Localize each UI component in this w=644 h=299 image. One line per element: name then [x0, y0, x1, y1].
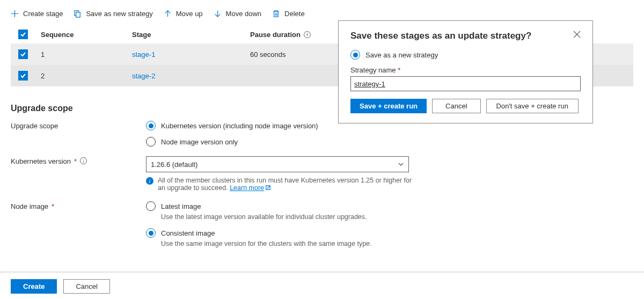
upgrade-scope-label: Upgrade scope: [11, 121, 146, 147]
col-stage: Stage: [132, 31, 250, 39]
col-pause: Pause duration: [250, 31, 301, 39]
scope-k8s-label: Kubernetes version (including node image…: [161, 122, 318, 130]
node-consistent-label: Consistent image: [161, 229, 215, 237]
move-down-button[interactable]: Move down: [214, 10, 261, 18]
arrow-up-icon: [164, 10, 172, 18]
copy-icon: [74, 10, 82, 18]
row-checkbox[interactable]: [18, 49, 28, 59]
node-image-label: Node image: [11, 202, 48, 210]
create-stage-button[interactable]: Create stage: [11, 10, 63, 18]
save-strategy-dialog: Save these stages as an update strategy?…: [338, 20, 593, 123]
k8s-helper-text: All of the member clusters in this run m…: [158, 177, 414, 192]
move-up-label: Move up: [176, 10, 203, 18]
k8s-version-dropdown[interactable]: 1.26.6 (default): [146, 156, 409, 172]
dialog-title: Save these stages as an update strategy?: [350, 31, 531, 41]
strategy-name-label: Strategy name: [350, 66, 396, 74]
delete-label: Delete: [284, 10, 305, 18]
info-icon: i: [146, 177, 153, 185]
select-all-checkbox[interactable]: [18, 30, 28, 39]
node-latest-label: Latest image: [161, 202, 201, 210]
trash-icon: [272, 10, 280, 18]
k8s-version-value: 1.26.6 (default): [151, 161, 197, 169]
create-button[interactable]: Create: [11, 279, 57, 294]
scope-k8s-radio[interactable]: [146, 121, 156, 130]
required-indicator: *: [74, 157, 77, 165]
save-new-strategy-label: Save as a new strategy: [365, 51, 438, 59]
node-consistent-radio[interactable]: [146, 228, 156, 238]
row-sequence: 2: [41, 72, 132, 80]
svg-rect-1: [76, 12, 80, 17]
node-consistent-sub: Use the same image version for the clust…: [161, 240, 633, 247]
k8s-version-label: Kubernetes version: [11, 157, 71, 165]
required-indicator: *: [52, 202, 54, 210]
strategy-name-input[interactable]: [350, 76, 581, 91]
dont-save-create-run-button[interactable]: Don't save + create run: [486, 99, 579, 113]
col-sequence: Sequence: [41, 31, 132, 39]
footer-actions: Create Cancel: [11, 279, 110, 294]
dialog-close-button[interactable]: [573, 31, 581, 40]
scope-nodeimage-label: Node image version only: [161, 138, 238, 146]
save-strategy-label: Save as new strategy: [86, 10, 152, 18]
info-icon[interactable]: i: [80, 157, 87, 164]
learn-more-link[interactable]: Learn more: [230, 184, 271, 192]
cancel-button[interactable]: Cancel: [63, 279, 109, 294]
close-icon: [573, 31, 581, 38]
create-stage-label: Create stage: [23, 10, 63, 18]
arrow-down-icon: [214, 10, 222, 18]
external-link-icon: [265, 185, 271, 191]
save-create-run-button[interactable]: Save + create run: [350, 99, 427, 113]
delete-button[interactable]: Delete: [272, 10, 305, 18]
info-icon[interactable]: i: [304, 31, 311, 38]
save-new-strategy-radio[interactable]: [350, 50, 360, 60]
row-checkbox[interactable]: [18, 71, 28, 81]
move-up-button[interactable]: Move up: [164, 10, 203, 18]
required-indicator: *: [398, 66, 400, 74]
save-as-strategy-button[interactable]: Save as new strategy: [74, 10, 152, 18]
footer-divider: [0, 272, 644, 273]
node-latest-radio[interactable]: [146, 201, 156, 211]
node-latest-sub: Use the latest image version available f…: [161, 213, 633, 221]
move-down-label: Move down: [226, 10, 261, 18]
dialog-cancel-button[interactable]: Cancel: [432, 99, 480, 113]
row-stage-link[interactable]: stage-1: [132, 50, 250, 59]
row-stage-link[interactable]: stage-2: [132, 72, 250, 80]
plus-icon: [11, 10, 19, 18]
chevron-down-icon: [398, 161, 404, 167]
row-sequence: 1: [41, 50, 132, 59]
scope-nodeimage-radio[interactable]: [146, 137, 156, 147]
